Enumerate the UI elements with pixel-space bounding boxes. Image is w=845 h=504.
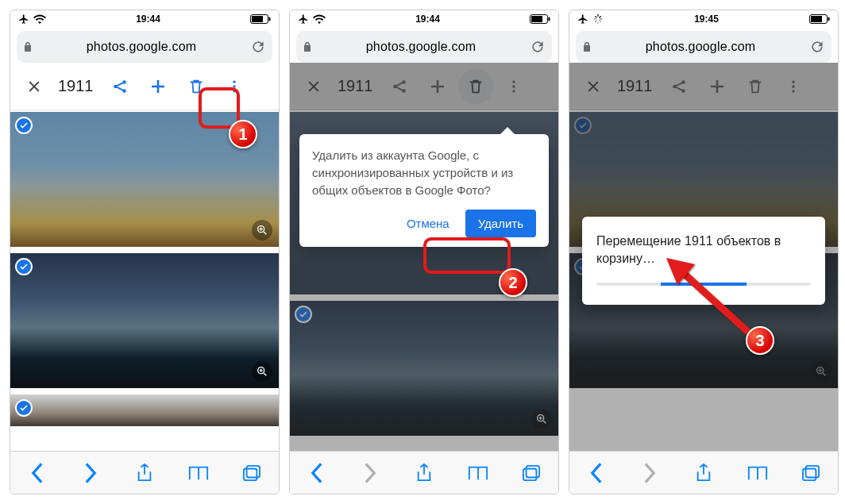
share-sheet-button[interactable] [688,457,720,489]
cancel-button[interactable]: Отмена [399,210,457,237]
wifi-icon [33,14,46,24]
forward-button [634,457,666,489]
status-bar: 19:44 [290,10,558,28]
tabs-button[interactable] [795,457,827,489]
selected-check-icon [15,258,33,275]
svg-line-30 [600,21,601,22]
svg-rect-43 [806,465,820,477]
screenshot-1: 19:44 photos.google.com 1911 [10,10,280,494]
bookmarks-button[interactable] [183,457,214,489]
airplane-mode-icon [298,13,309,25]
dialog-message: Удалить из аккаунта Google, с синхронизи… [312,147,536,198]
progress-toast: Перемещение 1911 объектов в корзину… [582,217,825,305]
forward-button [354,457,386,489]
svg-rect-2 [268,17,270,21]
safari-toolbar [10,451,279,494]
svg-point-7 [233,85,235,87]
airplane-mode-icon [577,13,588,25]
browser-address-bar[interactable]: photos.google.com [296,31,552,63]
battery-icon [809,14,830,24]
confirm-delete-button[interactable]: Удалить [465,210,536,237]
more-button[interactable] [217,69,252,104]
svg-rect-11 [247,465,260,477]
photo-thumbnail[interactable] [10,394,279,426]
add-button[interactable] [141,69,176,104]
safari-toolbar [569,451,838,494]
delete-confirmation-dialog: Удалить из аккаунта Google, с синхронизи… [299,134,549,247]
battery-icon [250,14,271,24]
selected-check-icon [15,399,33,417]
photo-thumbnail[interactable] [10,253,279,388]
toast-message: Перемещение 1911 объектов в корзину… [596,233,811,268]
safari-toolbar [290,451,558,494]
svg-rect-12 [244,468,257,480]
modal-overlay [290,63,558,451]
svg-rect-14 [531,16,542,22]
back-button[interactable] [581,457,612,489]
url-text: photos.google.com [596,40,804,54]
close-selection-button[interactable] [17,69,52,104]
svg-rect-15 [548,17,550,21]
loading-spinner-icon [592,13,604,25]
status-bar: 19:45 [569,10,838,28]
share-sheet-button[interactable] [408,457,440,489]
share-button[interactable] [102,69,137,104]
lock-icon [582,41,592,52]
browser-address-bar[interactable]: photos.google.com [576,31,831,63]
reload-icon[interactable] [809,39,825,55]
url-text: photos.google.com [317,40,525,54]
svg-line-29 [596,17,597,18]
lock-icon [23,41,33,52]
forward-button[interactable] [75,457,106,489]
battery-icon [530,14,550,24]
progress-bar [596,283,811,286]
selected-check-icon [15,117,33,134]
back-button[interactable] [21,457,53,489]
photo-grid [10,112,279,451]
svg-rect-24 [523,468,537,480]
selection-count: 1911 [55,77,99,95]
url-text: photos.google.com [37,40,245,54]
svg-point-6 [233,80,235,83]
svg-point-8 [233,90,235,92]
selection-toolbar: 1911 [10,63,279,110]
svg-rect-1 [252,16,263,22]
annotation-step-2: 2 [499,268,527,297]
svg-rect-34 [811,16,822,22]
bookmarks-button[interactable] [462,457,494,489]
svg-line-32 [600,17,601,18]
status-time: 19:44 [136,13,160,25]
lock-icon [303,41,312,52]
reload-icon[interactable] [250,39,266,55]
back-button[interactable] [301,457,333,489]
status-bar: 19:44 [10,10,279,28]
annotation-step-3: 3 [746,326,774,355]
svg-rect-35 [828,17,829,21]
svg-rect-23 [527,465,540,477]
svg-line-31 [596,21,597,22]
tabs-button[interactable] [236,457,268,489]
bookmarks-button[interactable] [742,457,774,489]
screenshot-3: 19:45 photos.google.com 1911 [569,10,839,494]
annotation-step-1: 1 [229,120,257,148]
status-time: 19:45 [694,13,719,25]
screenshot-2: 19:44 photos.google.com 1911 [289,10,559,494]
trash-button[interactable] [179,69,214,104]
airplane-mode-icon [18,13,29,25]
status-time: 19:44 [415,13,440,25]
svg-rect-44 [803,468,816,480]
share-sheet-button[interactable] [129,457,160,489]
zoom-icon[interactable] [252,220,272,240]
reload-icon[interactable] [530,39,546,55]
zoom-icon[interactable] [252,361,272,382]
browser-address-bar[interactable]: photos.google.com [17,31,272,63]
tabs-button[interactable] [515,457,547,489]
wifi-icon [313,14,326,24]
